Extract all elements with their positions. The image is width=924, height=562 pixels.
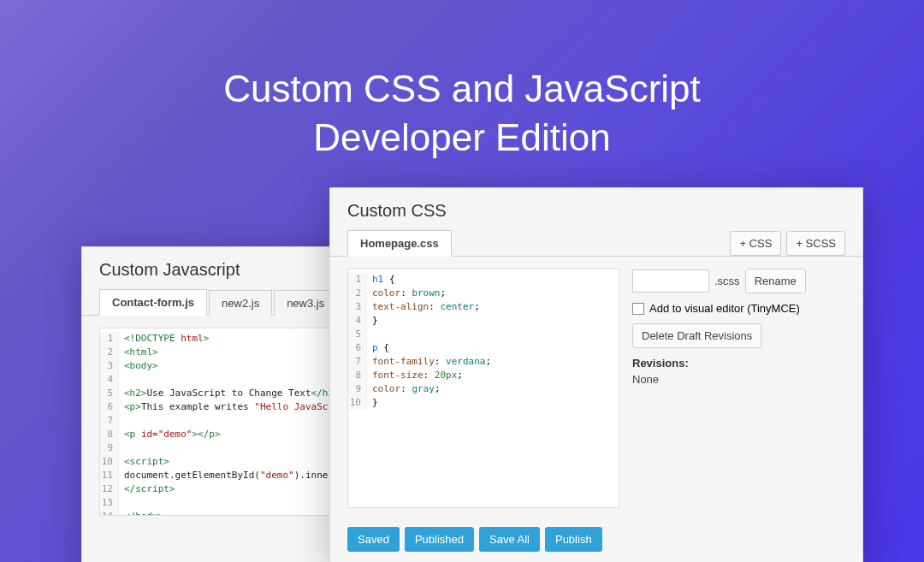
css-panel-title: Custom CSS xyxy=(330,188,862,229)
rename-button[interactable]: Rename xyxy=(745,269,806,293)
tinymce-label: Add to visual editor (TinyMCE) xyxy=(649,302,800,315)
css-panel: Custom CSS Homepage.css + CSS + SCSS 1h1… xyxy=(329,187,863,562)
revisions-label: Revisions: xyxy=(632,357,845,370)
revisions-value: None xyxy=(632,373,845,386)
rename-extension: .scss xyxy=(714,275,740,287)
css-sidebar: .scss Rename Add to visual editor (TinyM… xyxy=(632,269,845,508)
css-bottom-buttons: Saved Published Save All Publish xyxy=(330,520,862,559)
saved-button[interactable]: Saved xyxy=(347,527,400,552)
tab-contact-form[interactable]: Contact-form.js xyxy=(99,289,207,316)
save-all-button[interactable]: Save All xyxy=(479,527,540,552)
hero-title: Custom CSS and JavaScript Developer Edit… xyxy=(0,0,924,162)
publish-button[interactable]: Publish xyxy=(545,527,602,552)
css-tabs: Homepage.css + CSS + SCSS xyxy=(330,229,862,257)
add-scss-button[interactable]: + SCSS xyxy=(786,231,845,256)
published-button[interactable]: Published xyxy=(405,527,474,552)
tab-new3[interactable]: new3.js xyxy=(274,290,337,316)
delete-draft-button[interactable]: Delete Draft Revisions xyxy=(632,323,761,348)
css-code-editor[interactable]: 1h1 {2color: brown;3text-align: center;4… xyxy=(347,269,619,508)
add-css-button[interactable]: + CSS xyxy=(730,231,781,256)
tab-new2[interactable]: new2.js xyxy=(209,290,272,316)
rename-input[interactable] xyxy=(632,269,709,293)
tinymce-checkbox[interactable] xyxy=(632,303,644,315)
tab-homepage[interactable]: Homepage.css xyxy=(347,230,452,257)
